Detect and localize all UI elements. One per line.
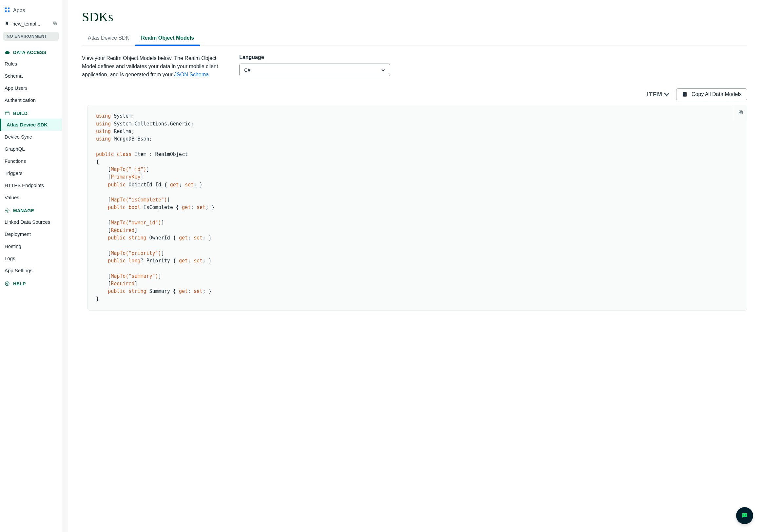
nav-triggers[interactable]: Triggers xyxy=(0,167,62,179)
environment-pill: NO ENVIRONMENT xyxy=(3,32,59,41)
language-value: C# xyxy=(244,67,250,73)
svg-rect-1 xyxy=(8,8,10,9)
svg-point-8 xyxy=(7,210,8,211)
project-row[interactable]: new_templ... xyxy=(0,18,62,30)
copy-icon[interactable] xyxy=(53,21,57,27)
nav-values[interactable]: Values xyxy=(0,191,62,203)
nav-linked-data-sources[interactable]: Linked Data Sources xyxy=(0,216,62,228)
page-title: SDKs xyxy=(82,9,747,25)
svg-rect-12 xyxy=(683,92,686,96)
json-schema-link[interactable]: JSON Schema xyxy=(174,72,209,77)
copy-icon xyxy=(738,109,743,115)
svg-point-15 xyxy=(743,515,744,516)
copy-all-button[interactable]: Copy All Data Models xyxy=(676,88,747,100)
language-select[interactable]: C# xyxy=(239,64,390,76)
chat-fab[interactable] xyxy=(736,507,753,524)
nav-deployment[interactable]: Deployment xyxy=(0,228,62,240)
gear-icon xyxy=(5,208,10,213)
chat-icon xyxy=(741,512,748,519)
nav-https-endpoints[interactable]: HTTPS Endpoints xyxy=(0,179,62,191)
main-content: SDKs Atlas Device SDK Realm Object Model… xyxy=(68,0,761,532)
item-collapse-toggle[interactable]: ITEM xyxy=(647,91,670,98)
apps-label: Apps xyxy=(13,8,25,14)
sidebar-scrollbar[interactable] xyxy=(62,0,68,532)
svg-point-16 xyxy=(745,515,746,516)
nav-device-sync[interactable]: Device Sync xyxy=(0,131,62,143)
section-data-access: DATA ACCESS xyxy=(0,45,62,58)
sidebar: Apps new_templ... NO ENVIRONMENT DATA AC… xyxy=(0,0,62,532)
section-help[interactable]: HELP xyxy=(0,277,62,289)
svg-rect-0 xyxy=(5,8,7,9)
language-label: Language xyxy=(239,54,390,60)
nav-authentication[interactable]: Authentication xyxy=(0,94,62,106)
project-name: new_templ... xyxy=(13,21,49,27)
nav-rules[interactable]: Rules xyxy=(0,58,62,70)
code-block: using System; using System.Collections.G… xyxy=(87,105,747,310)
cloud-icon xyxy=(5,50,10,55)
tabs: Atlas Device SDK Realm Object Models xyxy=(82,32,747,46)
description: View your Realm Object Models below. The… xyxy=(82,54,226,79)
help-icon xyxy=(5,281,10,286)
section-manage: MANAGE xyxy=(0,203,62,216)
svg-point-9 xyxy=(5,282,9,286)
nav-atlas-device-sdk[interactable]: Atlas Device SDK xyxy=(0,119,62,131)
nav-logs[interactable]: Logs xyxy=(0,252,62,264)
apps-grid-icon xyxy=(5,7,10,14)
clipboard-icon xyxy=(682,91,688,97)
nav-app-users[interactable]: App Users xyxy=(0,82,62,94)
chevron-down-icon xyxy=(664,91,670,97)
nav-hosting[interactable]: Hosting xyxy=(0,240,62,252)
svg-point-10 xyxy=(7,283,8,284)
nav-app-settings[interactable]: App Settings xyxy=(0,264,62,277)
svg-rect-3 xyxy=(8,11,10,12)
nav-functions[interactable]: Functions xyxy=(0,155,62,167)
nav-graphql[interactable]: GraphQL xyxy=(0,143,62,155)
svg-rect-6 xyxy=(5,112,9,115)
sidebar-apps-link[interactable]: Apps xyxy=(0,3,62,18)
nav-schema[interactable]: Schema xyxy=(0,70,62,82)
tab-atlas-device-sdk[interactable]: Atlas Device SDK xyxy=(82,32,135,45)
code-copy-button[interactable] xyxy=(734,105,747,121)
build-icon xyxy=(5,111,10,116)
home-icon xyxy=(5,21,9,27)
caret-down-icon xyxy=(381,68,385,72)
svg-rect-2 xyxy=(5,11,7,12)
tab-realm-object-models[interactable]: Realm Object Models xyxy=(135,32,200,45)
code-panel: using System; using System.Collections.G… xyxy=(82,105,747,310)
section-build: BUILD xyxy=(0,106,62,119)
